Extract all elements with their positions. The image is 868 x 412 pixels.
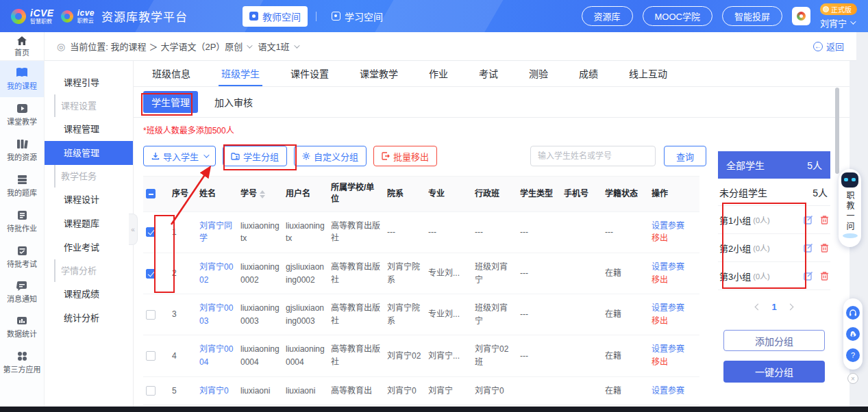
mooc-college-button[interactable]: MOOC学院 <box>643 6 712 26</box>
batch-remove-button[interactable]: 批量移出 <box>373 146 437 166</box>
select-all-checkbox[interactable] <box>146 189 156 198</box>
tab-courseware-settings[interactable]: 课件设置 <box>290 61 329 86</box>
student-name-link[interactable]: 刘宵宁同学 <box>199 220 235 245</box>
sidebar-item-classroom-teaching[interactable]: 课堂教学 <box>0 97 44 133</box>
trash-icon[interactable] <box>820 271 829 281</box>
sidebar-item-third-party-apps[interactable]: 第三方应用 <box>0 345 44 381</box>
subtab-student-management[interactable]: 学生管理 <box>143 91 198 113</box>
ungrouped-students-row[interactable]: 未分组学生 5人 <box>718 179 830 206</box>
sidebar-item-data-statistics[interactable]: 数据统计 <box>0 310 44 345</box>
cell-school: 高等教育出 <box>328 376 384 405</box>
avatar[interactable] <box>792 7 810 25</box>
tab-class-info[interactable]: 班级信息 <box>152 61 190 86</box>
student-name-link[interactable]: 刘宵宁0004 <box>199 343 235 368</box>
group-count: (0人) <box>753 214 769 225</box>
next-page-icon[interactable] <box>786 304 793 311</box>
smart-cast-button[interactable]: 智能投屏 <box>722 6 782 26</box>
download-center-button[interactable] <box>846 327 860 341</box>
sidebar-item-label: 待批作业 <box>7 222 37 233</box>
customer-service-button[interactable] <box>846 306 860 320</box>
set-contest-link[interactable]: 设置参赛 <box>652 385 697 398</box>
group-row[interactable]: 第2小组 (0人) <box>718 234 830 262</box>
remove-link[interactable]: 移出 <box>652 232 697 245</box>
zhijiao-assistant-widget[interactable]: 职教一问 <box>839 169 861 247</box>
row-checkbox[interactable] <box>146 310 156 320</box>
sidebar-item-pending-homework[interactable]: 待批作业 <box>0 204 44 240</box>
sidebar-item-pending-exams[interactable]: 待批考试 <box>0 240 44 275</box>
breadcrumb-course-select[interactable]: 大学语文（2P）原创 <box>160 40 243 53</box>
tab-class-students[interactable]: 班级学生 <box>221 61 260 86</box>
set-contest-link[interactable]: 设置参赛 <box>652 220 697 233</box>
set-contest-link[interactable]: 设置参赛 <box>652 302 697 315</box>
group-row[interactable]: 第3小组 (0人) <box>718 262 830 290</box>
student-name-link[interactable]: 刘宵宁0 <box>199 385 235 398</box>
set-contest-link[interactable]: 设置参赛 <box>652 343 697 356</box>
sort-icon[interactable] <box>260 190 265 198</box>
user-menu[interactable]: 刘宵宁 <box>820 16 854 29</box>
menu-item-class-management[interactable]: 班级管理 <box>45 141 133 165</box>
row-checkbox[interactable] <box>146 351 156 361</box>
row-checkbox[interactable] <box>146 269 156 279</box>
cell-phone <box>561 335 602 376</box>
tab-quiz[interactable]: 测验 <box>529 61 548 86</box>
apps-grid-icon <box>17 351 27 361</box>
vertical-scrollbar[interactable] <box>835 88 839 174</box>
menu-item-homework-exam[interactable]: 作业考试 <box>45 235 133 259</box>
one-click-group-button[interactable]: 一键分组 <box>723 361 825 383</box>
subtab-join-review[interactable]: 加入审核 <box>214 95 253 109</box>
tab-exam[interactable]: 考试 <box>479 61 498 86</box>
student-name-link[interactable]: 刘宵宁0003 <box>199 302 235 327</box>
menu-collapse-handle[interactable]: « <box>129 214 138 245</box>
breadcrumb-class-select[interactable]: 语文1班 <box>258 40 289 53</box>
learning-space-button[interactable]: 学习空间 <box>325 6 390 27</box>
tab-homework[interactable]: 作业 <box>429 61 448 86</box>
set-contest-link[interactable]: 设置参赛 <box>652 261 697 274</box>
student-name-link[interactable]: 刘宵宁0002 <box>199 261 235 286</box>
sidebar-item-my-question-bank[interactable]: 我的题库 <box>0 168 44 204</box>
menu-item-course-grades[interactable]: 课程成绩 <box>45 282 133 306</box>
col-student-id[interactable]: 学号 <box>238 177 283 212</box>
current-page[interactable]: 1 <box>771 302 776 312</box>
trash-icon[interactable] <box>820 243 829 253</box>
back-button[interactable]: ← 返回 <box>813 40 844 53</box>
remove-link[interactable]: 移出 <box>652 274 697 287</box>
import-students-button[interactable]: 导入学生 <box>143 146 216 166</box>
menu-item-course-question-bank[interactable]: 课程题库 <box>45 211 133 235</box>
close-icon[interactable]: × <box>847 373 858 384</box>
trash-icon[interactable] <box>820 215 829 224</box>
sidebar-item-my-resources[interactable]: 我的资源 <box>0 133 44 168</box>
row-checkbox[interactable] <box>146 386 156 396</box>
menu-item-course-design[interactable]: 课程设计 <box>45 188 133 211</box>
remove-link[interactable]: 移出 <box>652 356 697 369</box>
chevron-down-icon <box>850 18 856 24</box>
col-department: 院系 <box>384 177 425 212</box>
all-students-header[interactable]: 全部学生 5人 <box>718 151 830 179</box>
sidebar-item-my-courses[interactable]: 我的课程 <box>0 61 44 97</box>
custom-group-button[interactable]: 自定义分组 <box>294 146 367 166</box>
menu-item-course-guide[interactable]: 课程引导 <box>45 70 133 94</box>
edit-icon[interactable] <box>804 243 813 253</box>
sidebar-item-notifications[interactable]: 消息通知 <box>0 275 44 310</box>
query-button[interactable]: 查询 <box>664 146 706 166</box>
resource-library-button[interactable]: 资源库 <box>582 6 633 26</box>
menu-item-statistics-analysis[interactable]: 统计分析 <box>45 306 133 330</box>
student-group-button[interactable]: 学生分组 <box>223 146 287 166</box>
teacher-space-button[interactable]: 教师空间 <box>243 6 308 27</box>
row-checkbox[interactable] <box>146 227 156 237</box>
prev-page-icon[interactable] <box>755 304 762 311</box>
edit-icon[interactable] <box>804 215 813 224</box>
cell-admin-class: 班级刘宵宁 <box>472 294 517 335</box>
student-search-input[interactable] <box>530 146 656 166</box>
remove-link[interactable]: 移出 <box>652 315 697 328</box>
edit-icon[interactable] <box>804 271 813 281</box>
tab-online-interaction[interactable]: 线上互动 <box>629 61 667 86</box>
sidebar-item-label: 我的课程 <box>7 80 37 91</box>
group-row[interactable]: 第1小组 (0人) <box>718 206 830 234</box>
tab-classroom-teaching[interactable]: 课堂教学 <box>360 61 398 86</box>
headset-icon <box>849 309 857 317</box>
tab-grades[interactable]: 成绩 <box>579 61 598 86</box>
sidebar-item-home[interactable]: 首页 <box>0 32 44 61</box>
menu-item-course-management[interactable]: 课程管理 <box>45 117 133 141</box>
help-button[interactable]: ? <box>846 348 860 362</box>
add-group-button[interactable]: 添加分组 <box>723 330 825 351</box>
